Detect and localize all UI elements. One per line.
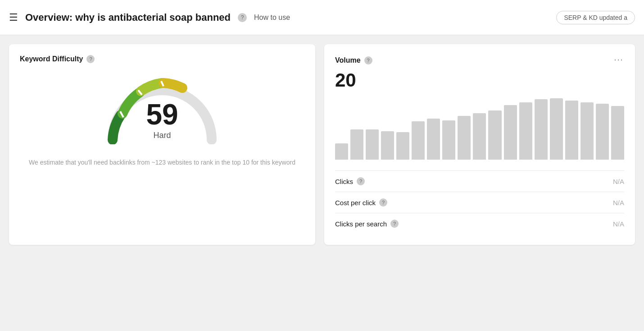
volume-card: Volume ? ⋮ 20 Clicks ? N/A Cost per clic… <box>324 44 635 245</box>
bar-item <box>611 106 624 160</box>
hamburger-icon[interactable]: ☰ <box>9 12 18 23</box>
bar-item <box>550 98 563 160</box>
keyword-difficulty-card: Keyword Difficulty ? <box>9 44 315 245</box>
clicks-per-search-row: Clicks per search ? N/A <box>335 213 624 234</box>
bar-item <box>565 101 578 160</box>
clicks-help-icon[interactable]: ? <box>357 177 365 185</box>
volume-more-icon[interactable]: ⋮ <box>613 55 624 66</box>
clicks-label: Clicks <box>335 178 353 185</box>
clicks-row: Clicks ? N/A <box>335 170 624 192</box>
gauge-score: 59 <box>146 100 178 129</box>
bar-item <box>596 104 609 160</box>
bar-item <box>335 143 348 160</box>
volume-card-header: Volume ? ⋮ <box>335 55 624 66</box>
cpc-help-icon[interactable]: ? <box>379 198 387 207</box>
clicks-row-left: Clicks ? <box>335 177 365 185</box>
title-help-icon[interactable]: ? <box>238 13 247 22</box>
gauge-label: Hard <box>146 131 178 140</box>
gauge-center-text: 59 Hard <box>146 100 178 140</box>
volume-title: Volume <box>335 56 361 64</box>
cps-row-left: Clicks per search ? <box>335 220 399 228</box>
bar-item <box>396 132 409 160</box>
bar-item <box>488 110 501 160</box>
gauge-container: 59 Hard <box>20 72 304 144</box>
bar-item <box>519 102 532 160</box>
bar-item <box>366 129 379 160</box>
volume-value: 20 <box>335 69 624 91</box>
bar-item <box>473 113 486 160</box>
kd-help-icon[interactable]: ? <box>86 55 95 63</box>
cps-help-icon[interactable]: ? <box>390 220 399 228</box>
volume-help-icon[interactable]: ? <box>364 56 372 64</box>
bar-item <box>442 120 455 160</box>
bar-item <box>535 99 548 160</box>
clicks-value: N/A <box>613 178 624 185</box>
bar-item <box>458 116 471 160</box>
kd-title: Keyword Difficulty <box>20 55 83 63</box>
cps-label: Clicks per search <box>335 220 387 228</box>
kd-footer-text: We estimate that you'll need backlinks f… <box>20 158 304 167</box>
cpc-row-left: Cost per click ? <box>335 198 387 207</box>
cps-value: N/A <box>613 220 624 228</box>
volume-header-left: Volume ? <box>335 56 372 64</box>
bar-item <box>381 131 394 160</box>
how-to-use-link[interactable]: How to use <box>254 14 290 22</box>
header: ☰ Overview: why is antibacterial soap ba… <box>0 0 644 35</box>
page-title: Overview: why is antibacterial soap bann… <box>25 12 231 23</box>
cost-per-click-row: Cost per click ? N/A <box>335 192 624 213</box>
volume-bar-chart <box>335 98 624 161</box>
bar-item <box>581 102 594 160</box>
gauge-wrapper: 59 Hard <box>99 72 225 144</box>
serp-badge: SERP & KD updated a <box>556 11 635 24</box>
cpc-value: N/A <box>613 199 624 207</box>
bar-item <box>350 129 363 160</box>
kd-card-header: Keyword Difficulty ? <box>20 55 304 63</box>
main-content: Keyword Difficulty ? <box>0 35 644 254</box>
bar-item <box>412 121 425 160</box>
bar-item <box>427 119 440 160</box>
bar-item <box>504 105 517 160</box>
cpc-label: Cost per click <box>335 199 376 207</box>
